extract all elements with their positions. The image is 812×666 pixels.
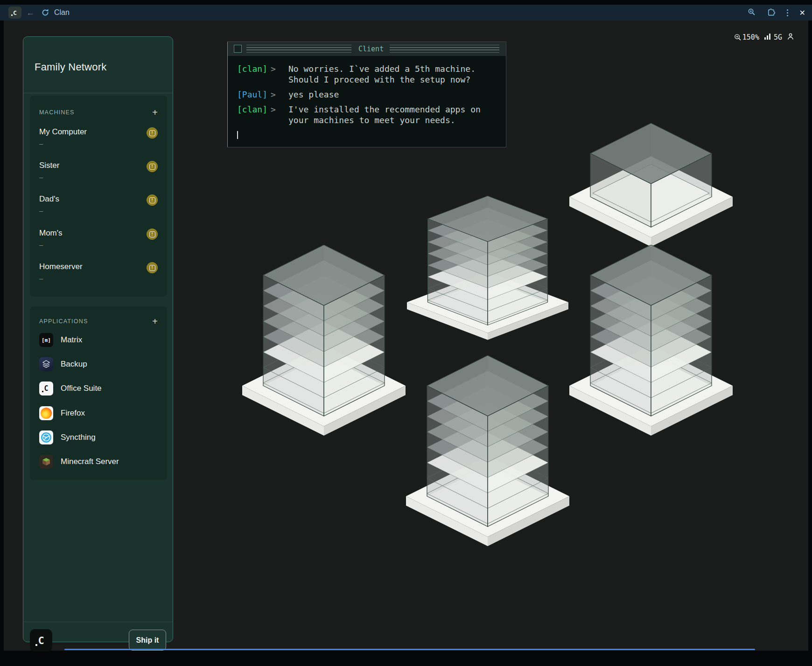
scrolled-message-clipped [228,56,506,59]
menu-kebab-icon[interactable] [787,9,788,16]
refresh-icon[interactable] [41,8,49,19]
chat-message: [Paul] > yes please [237,89,506,100]
warning-icon: ! [147,262,158,273]
extensions-icon[interactable] [767,7,776,18]
focus-indicator [64,649,755,650]
machine-node-left[interactable] [242,245,406,437]
machine-name: Homeserver [39,262,160,271]
machine-item-dads[interactable]: Dad's – ! [39,194,160,221]
office-suite-icon: C [39,382,53,395]
backup-icon [39,357,53,371]
applications-card: APPLICATIONS + [m] Matrix Backup [30,306,167,480]
sidebar-title: Family Network [35,61,106,73]
warning-icon: ! [147,229,158,240]
machine-value: – [39,139,160,147]
sidebar-divider-top [23,93,173,93]
machines-card-header: MACHINES + [39,108,158,117]
user-icon[interactable] [787,33,794,42]
machine-item-moms[interactable]: Mom's – ! [39,229,160,255]
applications-card-header: APPLICATIONS + [39,317,158,326]
zoom-page-icon[interactable] [748,8,756,18]
message-line: yes please [288,89,339,100]
machine-value: – [39,274,160,282]
app-item-minecraft-server[interactable]: Minecraft Server [39,453,160,470]
sidebar-divider-bottom [23,622,173,622]
window-box-icon[interactable] [234,45,242,53]
matrix-icon: [m] [39,333,53,347]
warning-icon: ! [147,127,158,139]
sidebar-family-network: Family Network MACHINES + My Computer – … [23,36,173,642]
machine-node-flat-package[interactable] [569,123,733,248]
app-item-backup[interactable]: Backup [39,356,160,373]
machine-name: Dad's [39,194,160,204]
minecraft-icon [39,455,53,469]
zoom-level-icon [734,33,741,42]
zoom-level-value: 150% [742,33,759,42]
warning-icon: ! [147,161,158,172]
syncthing-icon [39,430,53,444]
machine-value: – [39,173,160,181]
message-sender: [clan] [237,104,271,125]
back-icon[interactable]: ← [26,5,35,21]
prompt-char: > [271,63,288,85]
signal-bars-icon [764,33,771,42]
machine-value: – [39,241,160,249]
machine-node-bottom-middle[interactable] [406,355,569,548]
machines-card: MACHINES + My Computer – ! Sister – ! Da… [30,96,167,297]
chat-input-cursor[interactable] [237,131,238,139]
message-line: your machines to meet your needs. [288,115,481,125]
main-canvas: 150% 5G Family Network MACHINES + [4,21,808,651]
prompt-char: > [271,89,288,100]
machine-node-top-middle[interactable] [407,196,568,341]
message-line: I've installed the recommended apps on [288,104,481,115]
clan-logo: C [30,629,52,652]
message-sender: [Paul] [237,89,271,100]
clan-favicon-glyph: C [13,9,17,16]
app-item-office-suite[interactable]: C Office Suite [39,380,160,397]
machine-name: My Computer [39,127,160,137]
client-window-titlebar[interactable]: Client [228,42,506,56]
machines-header-label: MACHINES [39,109,75,116]
status-indicators: 150% 5G [734,33,794,42]
message-sender: [clan] [237,63,271,85]
machine-item-homeserver[interactable]: Homeserver – ! [39,262,160,288]
machine-item-my-computer[interactable]: My Computer – ! [39,127,160,153]
client-window-title: Client [355,42,387,56]
applications-header-label: APPLICATIONS [39,318,88,325]
message-line: Should I proceed with the setup now? [288,74,476,85]
app-item-matrix[interactable]: [m] Matrix [39,332,160,348]
chat-message: [clan] > No worries. I`ve added a 5th ma… [237,63,506,85]
titlebar-lines-left [246,45,351,53]
clan-favicon-dot [11,14,13,16]
add-machine-button[interactable]: + [152,108,158,117]
machine-name: Mom's [39,229,160,238]
warning-icon: ! [147,194,158,206]
app-item-firefox[interactable]: Firefox [39,405,160,422]
network-label: 5G [774,33,782,42]
machine-name: Sister [39,161,160,170]
machine-item-sister[interactable]: Sister – ! [39,161,160,187]
client-chat-window[interactable]: Client [clan] > No worries. I`ve added a… [227,42,506,147]
firefox-icon [39,406,53,420]
add-application-button[interactable]: + [152,317,158,326]
browser-top-bar: C ← Clan ✕ [0,5,812,21]
machine-value: – [39,207,160,215]
chat-message: [clan] > I've installed the recommended … [237,104,506,125]
ship-it-button[interactable]: Ship it [129,630,166,651]
prompt-char: > [271,104,288,125]
message-line: No worries. I`ve added a 5th machine. [288,63,476,74]
close-icon[interactable]: ✕ [799,8,805,17]
machine-node-right[interactable] [569,245,733,437]
titlebar-lines-right [390,45,499,53]
app-item-syncthing[interactable]: Syncthing [39,429,160,446]
clan-favicon[interactable]: C [8,7,21,19]
client-chat-log[interactable]: [clan] > No worries. I`ve added a 5th ma… [228,56,506,147]
tab-title: Clan [54,5,70,21]
